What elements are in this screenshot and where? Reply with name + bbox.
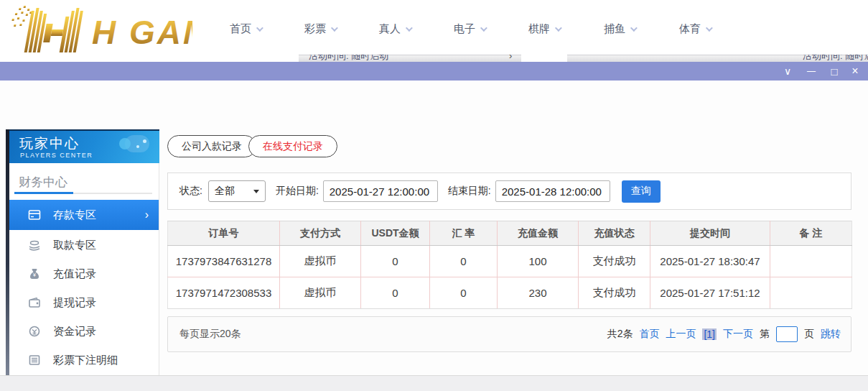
chevron-down-icon <box>480 24 487 32</box>
nav-label: 电子 <box>454 22 475 36</box>
activity-time-text: 活动时间: 随时启动 <box>309 55 388 62</box>
col-usdt-amount: USDT金额 <box>361 221 430 246</box>
cell-submit-time: 2025-01-27 18:30:47 <box>650 246 770 277</box>
minimize-icon[interactable]: — <box>803 62 819 80</box>
cell-recharge-amount: 100 <box>498 246 579 277</box>
cell-recharge-status: 支付成功 <box>579 277 650 309</box>
chevron-down-icon <box>555 24 562 32</box>
nav-label: 体育 <box>679 22 701 36</box>
jump-suffix-text: 页 <box>804 328 814 341</box>
chevron-down-icon <box>253 190 259 193</box>
status-label: 状态: <box>179 185 202 198</box>
sidebar-title: 玩家中心 <box>19 134 80 153</box>
window-titlebar: ∨ — □ × <box>0 62 868 80</box>
payment-records-table: 订单号 支付方式 USDT金额 汇 率 充值金额 充值状态 提交时间 备 注 1… <box>167 221 852 309</box>
background-gap <box>521 55 567 62</box>
sidebar-item-label: 提现记录 <box>53 296 96 310</box>
gamepad-dot-decor <box>136 145 139 148</box>
chevron-down-icon <box>331 24 338 32</box>
nav-item-lottery[interactable]: 彩票 <box>304 22 336 36</box>
sidebar-item-label: 取款专区 <box>53 239 96 252</box>
nav-label: 真人 <box>379 22 401 36</box>
status-select[interactable]: 全部 <box>208 180 266 202</box>
jump-page-input[interactable] <box>776 326 798 342</box>
cell-submit-time: 2025-01-27 17:51:12 <box>650 277 770 309</box>
nav-item-sports[interactable]: 体育 <box>679 22 711 36</box>
chevron-down-icon <box>256 24 263 32</box>
sidebar-item-withdraw-zone[interactable]: 取款专区 <box>9 231 159 259</box>
nav-item-fishing[interactable]: 捕鱼 <box>604 22 635 36</box>
background-page-strip: 活动时间: 随时启动 › 活动时间: 随时启动 <box>0 55 868 62</box>
end-date-input[interactable] <box>495 180 610 202</box>
list-icon <box>28 354 41 367</box>
sidebar-item-fund-records[interactable]: 资金记录 <box>9 317 159 346</box>
sidebar-item-label: 存款专区 <box>53 208 96 222</box>
sidebar-item-label: 充值记录 <box>53 267 96 281</box>
col-pay-method: 支付方式 <box>280 221 361 246</box>
cell-usdt-amount: 0 <box>361 246 430 277</box>
col-recharge-status: 充值状态 <box>579 221 650 246</box>
col-submit-time: 提交时间 <box>650 221 770 246</box>
gamepad-dot-decor <box>119 138 131 150</box>
bottom-background-strip <box>0 375 868 391</box>
col-recharge-amount: 充值金额 <box>498 221 579 246</box>
jump-prefix-text: 第 <box>760 328 770 341</box>
sidebar-item-withdrawal-records[interactable]: 提现记录 <box>9 288 159 317</box>
cell-order-id: 1737973847631278 <box>168 246 280 277</box>
withdraw-hand-icon <box>28 239 41 252</box>
chevron-down-icon <box>706 24 713 32</box>
maximize-icon[interactable]: □ <box>826 62 842 80</box>
sidebar-item-label: 资金记录 <box>53 325 96 339</box>
site-header: H GAME 首页 彩票 真人 电子 棋牌 捕鱼 体育 <box>0 0 868 56</box>
end-date-label: 结束日期: <box>448 185 491 198</box>
table-row: 1737973847631278 虚拟币 0 0 100 支付成功 2025-0… <box>168 246 852 277</box>
sidebar-item-recharge-records[interactable]: ¥ 充值记录 <box>9 259 159 288</box>
prev-page-link[interactable]: 上一页 <box>666 328 696 341</box>
next-page-link[interactable]: 下一页 <box>723 328 753 341</box>
sidebar-header: 玩家中心 PLAYERS CENTER <box>9 129 159 163</box>
cell-rate: 0 <box>430 246 498 277</box>
tab-company-deposit-records[interactable]: 公司入款记录 <box>167 135 256 157</box>
jump-link[interactable]: 跳转 <box>821 328 841 341</box>
start-date-label: 开始日期: <box>276 185 319 198</box>
search-button[interactable]: 查询 <box>622 180 661 203</box>
coins-icon <box>28 325 41 338</box>
tab-label: 公司入款记录 <box>182 140 242 153</box>
chevron-down-icon <box>406 24 413 32</box>
nav-label: 捕鱼 <box>604 22 625 36</box>
close-icon[interactable]: × <box>847 62 863 80</box>
carousel-arrow-icon: › <box>509 55 512 61</box>
activity-time-text: 活动时间: 随时启动 <box>803 55 868 62</box>
svg-text:H GAME: H GAME <box>92 14 192 51</box>
start-date-input[interactable] <box>323 180 438 202</box>
sidebar-item-deposit[interactable]: 存款专区 › <box>9 200 159 230</box>
table-row: 1737971472308533 虚拟币 0 0 230 支付成功 2025-0… <box>168 277 852 309</box>
tab-online-payment-records[interactable]: 在线支付记录 <box>248 135 337 157</box>
sidebar-subtitle: PLAYERS CENTER <box>20 152 93 159</box>
moneybag-icon: ¥ <box>28 267 41 280</box>
nav-label: 彩票 <box>304 22 326 36</box>
first-page-link[interactable]: 首页 <box>639 328 659 341</box>
nav-item-live[interactable]: 真人 <box>379 22 411 36</box>
cell-order-id: 1737971472308533 <box>168 277 280 309</box>
cell-rate: 0 <box>430 277 498 309</box>
svg-text:¥: ¥ <box>33 272 36 277</box>
nav-item-home[interactable]: 首页 <box>230 22 261 36</box>
gamepad-dot-decor <box>143 139 146 143</box>
nav-item-chess[interactable]: 棋牌 <box>528 22 560 36</box>
status-select-value: 全部 <box>215 185 235 198</box>
cell-recharge-amount: 230 <box>498 277 579 309</box>
wallet-icon <box>28 296 41 309</box>
nav-label: 首页 <box>230 22 251 36</box>
sidebar-item-lottery-bet-details[interactable]: 彩票下注明细 <box>9 346 159 374</box>
chevron-down-icon <box>630 24 638 32</box>
col-rate: 汇 率 <box>430 221 498 246</box>
sidebar: 玩家中心 PLAYERS CENTER 财务中心 存款专区 › 取款专区 ¥ 充… <box>6 129 159 375</box>
deposit-card-icon <box>28 208 41 221</box>
chevron-down-icon[interactable]: ∨ <box>780 62 795 80</box>
cell-recharge-status: 支付成功 <box>579 246 650 277</box>
nav-item-slots[interactable]: 电子 <box>454 22 485 36</box>
cell-usdt-amount: 0 <box>361 277 430 309</box>
per-page-text: 每页显示20条 <box>179 328 241 341</box>
pagination-bar: 每页显示20条 共2条 首页 上一页 [1] 下一页 第 页 跳转 <box>167 316 851 352</box>
